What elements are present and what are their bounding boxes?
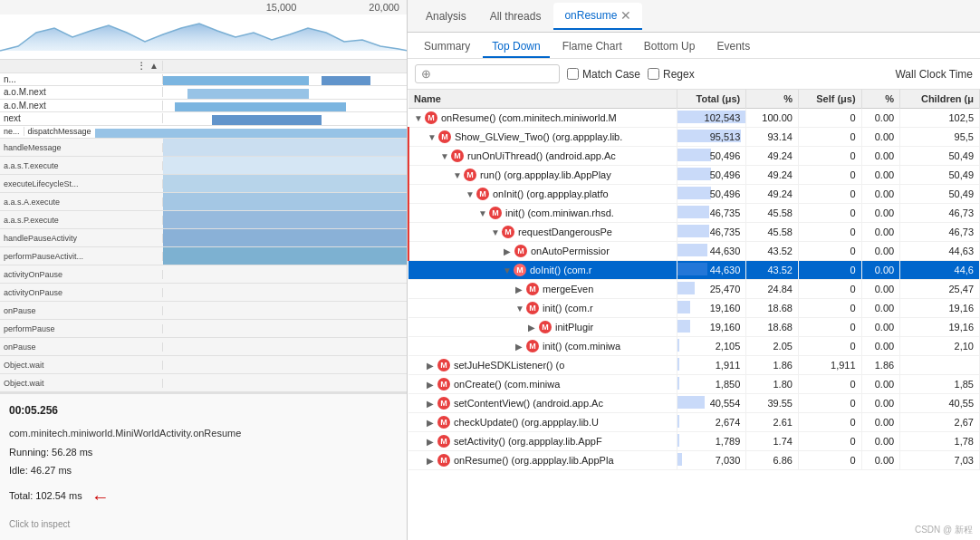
tab-onresume[interactable]: onResume ✕ xyxy=(553,3,642,30)
dispatch-row-2: a.a.s.T.execute xyxy=(0,157,407,175)
col-name[interactable]: Name xyxy=(408,90,677,109)
thread-row-4[interactable]: next xyxy=(0,112,407,126)
func-name: onInit() (org.appplay.platfo xyxy=(493,188,609,199)
expand-arrow[interactable]: ▼ xyxy=(428,132,438,142)
table-row[interactable]: ▼ Minit() (com.r19,16018.6800.0019,16 xyxy=(408,299,980,318)
cell-total: 19,160 xyxy=(677,299,746,318)
cell-pct: 18.68 xyxy=(746,318,799,337)
table-row[interactable]: ▶ MsetContentView() (android.app.Ac40,55… xyxy=(408,394,980,413)
search-input[interactable] xyxy=(435,68,543,81)
expand-arrow[interactable]: ▶ xyxy=(515,342,526,352)
cell-total: 102,543 xyxy=(677,109,746,128)
cell-selfpct: 0.00 xyxy=(861,432,900,451)
total-value: 46,735 xyxy=(710,207,741,218)
table-row[interactable]: ▶ Minit() (com.miniwa2,1052.0500.002,10 xyxy=(408,337,980,356)
expand-arrow[interactable]: ▼ xyxy=(478,208,489,218)
func-name: init() (com.miniwan.rhsd. xyxy=(505,207,614,218)
expand-arrow[interactable]: ▶ xyxy=(427,399,437,409)
table-row[interactable]: ▼ Minit() (com.miniwan.rhsd.46,73545.580… xyxy=(408,204,980,223)
cell-self: 0 xyxy=(798,394,861,413)
thread-label-5: ne... xyxy=(0,127,24,136)
cell-children: 2,10 xyxy=(900,337,980,356)
expand-arrow[interactable]: ▼ xyxy=(453,170,464,180)
expand-arrow[interactable]: ▼ xyxy=(491,227,502,237)
func-icon-m: M xyxy=(425,111,437,124)
table-row[interactable]: ▼ MrunOnUiThread() (android.app.Ac50,496… xyxy=(408,147,980,166)
table-row[interactable]: ▶ MsetJuHeSDKListener() (o1,9111.861,911… xyxy=(408,356,980,375)
match-case-checkbox-label[interactable]: Match Case xyxy=(567,68,640,81)
table-row[interactable]: ▶ MonAutoPermissior44,63043.5200.0044,63 xyxy=(408,242,980,261)
match-case-checkbox[interactable] xyxy=(567,68,579,80)
bar-fill xyxy=(677,149,711,161)
table-row[interactable]: ▼ Mrun() (org.appplay.lib.AppPlay50,4964… xyxy=(408,166,980,185)
subtab-flamechart[interactable]: Flame Chart xyxy=(553,36,631,58)
table-row[interactable]: ▼ MonInit() (org.appplay.platfo50,49649.… xyxy=(408,185,980,204)
tab-allthreads[interactable]: All threads xyxy=(479,5,552,28)
bar-fill xyxy=(677,263,707,275)
up-arrow-icon[interactable]: ▲ xyxy=(149,61,159,71)
thread-bars-3 xyxy=(163,100,407,112)
tab-analysis[interactable]: Analysis xyxy=(415,5,477,28)
arrow-icon: ← xyxy=(91,480,110,513)
regex-checkbox[interactable] xyxy=(648,68,659,80)
expand-arrow[interactable]: ▶ xyxy=(528,323,539,333)
table-row[interactable]: ▶ MsetActivity() (org.appplay.lib.AppF1,… xyxy=(408,432,980,451)
col-pct[interactable]: % xyxy=(746,90,799,109)
table-row[interactable]: ▶ MinitPlugir19,16018.6800.0019,16 xyxy=(408,318,980,337)
cell-selfpct: 0.00 xyxy=(861,337,900,356)
table-row[interactable]: ▼ MonResume() (com.minitech.miniworld.M1… xyxy=(408,109,980,128)
col-children[interactable]: Children (μ xyxy=(900,90,980,109)
total-value: 50,496 xyxy=(710,188,741,199)
table-row[interactable]: ▼ MdoInit() (com.r44,63043.5200.0044,6 xyxy=(408,261,980,280)
dispatch-row-12: onPause xyxy=(0,338,407,356)
col-self[interactable]: Self (μs) xyxy=(798,90,861,109)
expand-arrow[interactable]: ▼ xyxy=(503,265,514,275)
expand-arrow[interactable]: ▼ xyxy=(440,151,451,161)
thread-row-5[interactable]: ne... dispatchMessage xyxy=(0,126,407,140)
table-row[interactable]: ▶ MmergeEven25,47024.8400.0025,47 xyxy=(408,280,980,299)
info-total: Total: 102.54 ms xyxy=(9,487,82,506)
table-row[interactable]: ▼ MShow_GLView_Two() (org.appplay.lib.95… xyxy=(408,128,980,147)
expand-arrow[interactable]: ▼ xyxy=(466,189,476,199)
expand-arrow[interactable]: ▶ xyxy=(515,284,526,294)
subtab-topdown[interactable]: Top Down xyxy=(483,36,549,58)
expand-arrow[interactable]: ▼ xyxy=(515,304,526,313)
table-row[interactable]: ▼ MrequestDangerousPe46,73545.5800.0046,… xyxy=(408,223,980,242)
thread-row-2[interactable]: a.o.M.next xyxy=(0,86,407,100)
expand-arrow[interactable]: ▶ xyxy=(427,361,437,371)
bar-fill xyxy=(677,415,679,428)
table-row[interactable]: ▶ MonCreate() (com.miniwa1,8501.8000.001… xyxy=(408,375,980,394)
subtabs-bar: Summary Top Down Flame Chart Bottom Up E… xyxy=(408,33,980,59)
cell-self: 0 xyxy=(798,337,861,356)
table-row[interactable]: ▶ McheckUpdate() (org.appplay.lib.U2,674… xyxy=(408,413,980,432)
table-container[interactable]: Name Total (μs) % Self (μs) % xyxy=(408,90,980,540)
timeline-canvas xyxy=(0,14,407,60)
watermark: CSDN @ 新程 xyxy=(915,524,973,536)
cell-selfpct: 0.00 xyxy=(861,223,900,242)
match-case-label: Match Case xyxy=(582,68,640,81)
col-total[interactable]: Total (μs) xyxy=(677,90,746,109)
thread-bars-5 xyxy=(95,126,407,139)
left-panel: Wall Clock Time 15,000 20,000 ⋮ ▲ xyxy=(0,0,408,540)
regex-checkbox-label[interactable]: Regex xyxy=(648,68,695,81)
cell-selfpct: 0.00 xyxy=(861,299,900,318)
expand-arrow[interactable]: ▼ xyxy=(414,113,425,123)
thread-row-1[interactable]: n... xyxy=(0,73,407,87)
search-box[interactable]: ⊕ xyxy=(415,64,560,83)
subtab-bottomup[interactable]: Bottom Up xyxy=(635,36,705,58)
subtab-events[interactable]: Events xyxy=(707,36,759,58)
expand-arrow[interactable]: ▶ xyxy=(427,380,437,390)
bar-fill xyxy=(677,396,705,409)
expand-arrow[interactable]: ▶ xyxy=(427,418,437,428)
three-dot-icon[interactable]: ⋮ xyxy=(137,61,146,71)
col-selfpct[interactable]: % xyxy=(861,90,900,109)
expand-arrow[interactable]: ▶ xyxy=(427,456,437,466)
expand-arrow[interactable]: ▶ xyxy=(427,437,437,447)
subtab-summary[interactable]: Summary xyxy=(415,36,479,58)
table-row[interactable]: ▶ MonResume() (org.appplay.lib.AppPla7,0… xyxy=(408,451,980,470)
tab-close-icon[interactable]: ✕ xyxy=(620,8,631,23)
thread-row-3[interactable]: a.o.M.next xyxy=(0,100,407,113)
total-value: 46,735 xyxy=(710,227,741,237)
expand-arrow[interactable]: ▶ xyxy=(504,246,514,256)
func-icon-m: M xyxy=(437,359,450,371)
